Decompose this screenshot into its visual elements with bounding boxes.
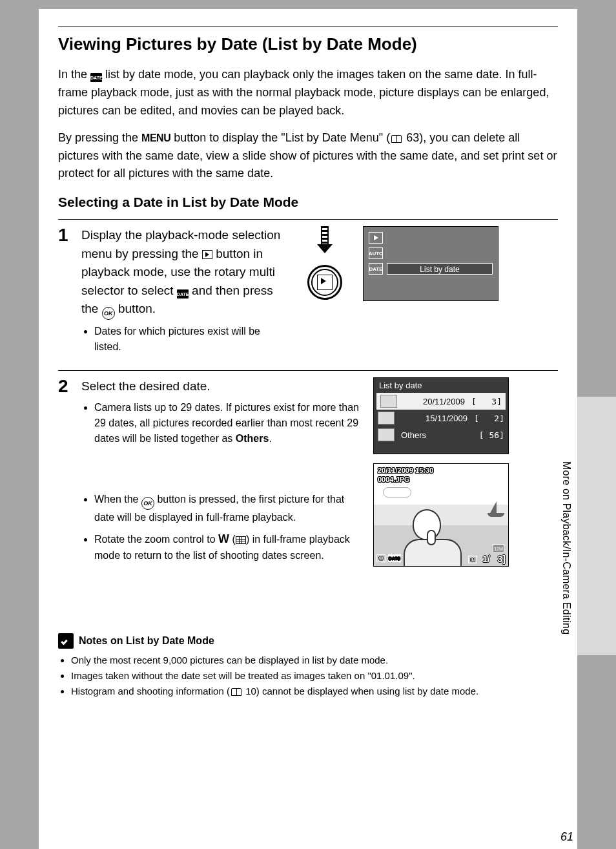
date-text: Others: [398, 430, 475, 440]
text: 1/: [482, 554, 490, 564]
substep: When the OK button is pressed, the first…: [94, 492, 365, 525]
step-1: 1 Display the playback-mode selection me…: [58, 219, 558, 360]
substep: Dates for which pictures exist will be l…: [94, 324, 288, 355]
date-mode-icon: DATE: [90, 73, 102, 82]
intro-paragraph-1: In the DATE list by date mode, you can p…: [58, 66, 558, 120]
page-heading: Viewing Pictures by Date (List by Date M…: [58, 26, 558, 54]
text: By pressing the: [58, 131, 141, 144]
thumbnail-icon: [378, 428, 395, 441]
text: Rotate the zoom control to: [94, 534, 218, 545]
thumbnail-grid-icon: [236, 536, 246, 544]
check-icon: [58, 633, 74, 649]
boat-graphic: [490, 501, 497, 513]
playback-screen-illustration: 20/11/2009 15:30 0004.JPG 12M W DATE IN …: [373, 463, 509, 567]
menu-icon-column: AUTO DATE: [369, 232, 383, 275]
note-item: Only the most recent 9,000 pictures can …: [71, 653, 558, 668]
text: 10) cannot be displayed when using list …: [243, 686, 478, 697]
step-figures: List by date 20/11/2009 [ 3] 15/11/2009 …: [373, 377, 509, 569]
count: [ 56]: [479, 430, 504, 440]
thumbnail-icon: [378, 412, 395, 424]
text: list by date mode, you can playback only…: [58, 68, 549, 117]
bottom-right: IN 1/ 3]: [468, 554, 506, 563]
text: Histogram and shooting information: [71, 686, 227, 697]
bottom-left: W DATE: [376, 554, 401, 563]
list-screen-illustration: List by date 20/11/2009 [ 3] 15/11/2009 …: [373, 377, 509, 454]
menu-button-label: MENU: [141, 132, 170, 143]
size-badge: 12M: [493, 544, 504, 553]
count: [ 3]: [471, 397, 502, 406]
date-badge: DATE: [388, 554, 401, 562]
date-text: 15/11/2009: [398, 414, 470, 423]
list-row: Others [ 56]: [374, 426, 508, 443]
filename: 0004.JPG: [378, 476, 410, 483]
arrow-down-icon: [318, 226, 332, 257]
intro-paragraph-2: By pressing the MENU button to display t…: [58, 129, 558, 183]
text: .: [269, 433, 271, 444]
text: button to display the "List by Date Menu…: [170, 131, 390, 144]
step-body: Select the desired date. Camera lists up…: [81, 377, 365, 569]
ok-button-icon: OK: [141, 497, 154, 510]
thumbnail-icon: [380, 395, 397, 408]
step-body: Display the playback-mode selection menu…: [81, 226, 288, 360]
note-item: Histogram and shooting information ( 10)…: [71, 684, 558, 699]
counter: 1/ 3]: [482, 554, 506, 563]
w-icon: W: [218, 532, 229, 545]
overlay-text: 20/11/2009 15:30 0004.JPG: [378, 466, 433, 483]
list-row: 20/11/2009 [ 3]: [376, 393, 506, 410]
book-icon: [231, 688, 241, 696]
substep: Rotate the zoom control to W () in full-…: [94, 530, 365, 563]
notes-section: Notes on List by Date Mode Only the most…: [58, 633, 558, 699]
play-icon: [317, 275, 333, 290]
bottom-icons: W DATE IN 1/ 3]: [376, 554, 506, 563]
menu-screen-illustration: AUTO DATE List by date: [363, 226, 498, 301]
menu-highlight: List by date: [387, 263, 493, 275]
count-num: 56: [489, 430, 500, 440]
text: In the: [58, 68, 90, 81]
list-title: List by date: [374, 378, 508, 393]
playback-icon: [369, 232, 383, 244]
page-number: 61: [560, 830, 573, 844]
step-substeps: Dates for which pictures exist will be l…: [81, 324, 288, 355]
notes-title: Notes on List by Date Mode: [79, 635, 214, 647]
step-substeps: When the OK button is pressed, the first…: [81, 492, 365, 563]
sub-heading: Selecting a Date in List by Date Mode: [58, 194, 558, 210]
count-num: 3: [491, 397, 497, 406]
in-badge: IN: [468, 556, 477, 563]
step-substeps: Camera lists up to 29 dates. If pictures…: [81, 400, 365, 446]
book-icon: [391, 135, 402, 143]
manual-page: More on Playback/In-Camera Editing Viewi…: [39, 9, 577, 849]
text: 3: [498, 554, 503, 564]
date-mode-icon: DATE: [177, 289, 189, 299]
count-num: 2: [494, 414, 499, 423]
substep: Camera lists up to 29 dates. If pictures…: [94, 400, 365, 446]
notes-list: Only the most recent 9,000 pictures can …: [58, 653, 558, 699]
cloud-graphic: [383, 487, 411, 498]
step-instruction: Display the playback-mode selection menu…: [81, 226, 288, 320]
dial-circle: [307, 265, 342, 300]
date-icon: DATE: [369, 263, 383, 275]
date-text: 20/11/2009: [401, 397, 467, 406]
text: button.: [115, 302, 156, 315]
step-figures: AUTO DATE List by date: [296, 226, 498, 360]
w-badge: W: [376, 554, 385, 562]
list-row: 15/11/2009 [ 2]: [374, 410, 508, 426]
notes-header: Notes on List by Date Mode: [58, 633, 558, 649]
side-tab: [577, 397, 616, 655]
note-item: Images taken without the date set will b…: [71, 668, 558, 684]
text: Camera lists up to 29 dates. If pictures…: [94, 402, 359, 444]
step-number: 2: [58, 377, 74, 569]
text-bold: Others: [236, 433, 269, 444]
text: (: [229, 534, 236, 545]
text: When the: [94, 494, 141, 505]
list-footer: [374, 443, 508, 454]
auto-icon: AUTO: [369, 247, 383, 259]
step-2: 2 Select the desired date. Camera lists …: [58, 370, 558, 569]
section-label: More on Playback/In-Camera Editing: [560, 461, 572, 634]
step-number: 1: [58, 226, 74, 360]
count: [ 2]: [474, 414, 504, 423]
step-instruction: Select the desired date.: [81, 377, 365, 396]
dial-illustration: [296, 226, 354, 304]
timestamp: 20/11/2009 15:30: [378, 466, 433, 474]
play-button-icon: [202, 250, 212, 259]
ok-button-icon: OK: [102, 307, 115, 320]
